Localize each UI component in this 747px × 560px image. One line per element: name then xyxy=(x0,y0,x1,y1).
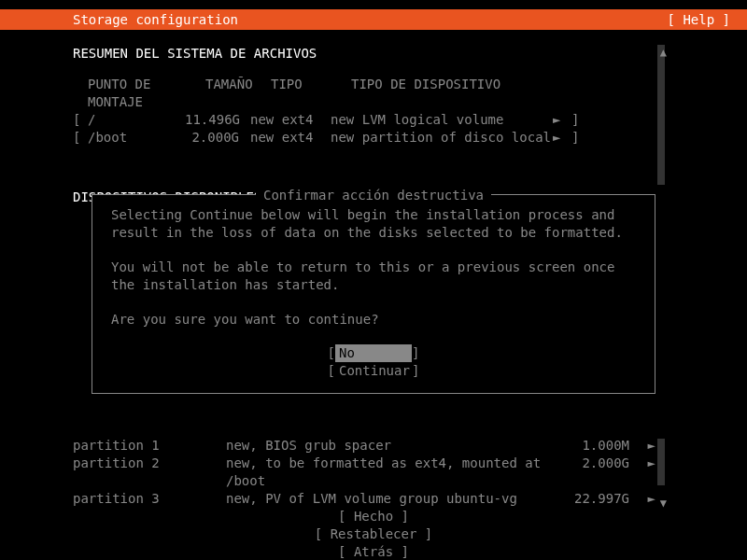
continue-button[interactable]: [Continuar] xyxy=(111,362,636,380)
continue-button-label: Continuar xyxy=(335,362,412,380)
partition-row[interactable]: partition 1 new, BIOS grub spacer 1.000M… xyxy=(73,437,670,455)
fs-row[interactable]: [ /boot 2.000G new ext4 new partition of… xyxy=(73,129,730,147)
partition-size: 22.997G xyxy=(562,490,629,508)
dialog-text: Are you sure you want to continue? xyxy=(111,311,636,329)
partition-desc: new, PV of LVM volume group ubuntu-vg xyxy=(226,490,562,508)
partition-size: 2.000G xyxy=(562,455,629,490)
partition-row[interactable]: partition 3 new, PV of LVM volume group … xyxy=(73,490,670,508)
dialog-title: Confirmar acción destructiva xyxy=(256,188,491,203)
scroll-down-icon[interactable]: ▼ xyxy=(660,496,667,511)
col-size: TAMAÑO xyxy=(205,76,271,111)
chevron-right-icon: ► xyxy=(553,111,571,129)
done-button[interactable]: [ Hecho ] xyxy=(0,508,747,525)
fs-size: 11.496G xyxy=(185,111,250,129)
scrollbar[interactable] xyxy=(657,439,665,485)
no-button-label: No xyxy=(335,344,412,362)
help-button[interactable]: [ Help ] xyxy=(668,11,730,29)
mount-point: /boot xyxy=(88,129,185,147)
partition-desc: new, BIOS grub spacer xyxy=(226,437,562,455)
no-button[interactable]: [No] xyxy=(111,344,636,362)
scroll-up-icon[interactable]: ▲ xyxy=(660,45,667,60)
partition-name: partition 2 xyxy=(73,455,226,490)
col-type: TIPO xyxy=(271,76,351,111)
partition-name: partition 3 xyxy=(73,490,226,508)
partition-name: partition 1 xyxy=(73,437,226,455)
fs-summary-title: RESUMEN DEL SISTEMA DE ARCHIVOS xyxy=(73,45,730,63)
fs-row[interactable]: [ / 11.496G new ext4 new LVM logical vol… xyxy=(73,111,730,129)
fs-type: new ext4 xyxy=(250,111,331,129)
fs-device: new partition of disco local xyxy=(331,129,553,147)
partition-row[interactable]: partition 2 new, to be formatted as ext4… xyxy=(73,455,670,490)
page-title: Storage configuration xyxy=(73,11,238,29)
partition-desc: new, to be formatted as ext4, mounted at… xyxy=(226,455,562,490)
chevron-right-icon: ► xyxy=(553,129,571,147)
fs-device: new LVM logical volume xyxy=(331,111,553,129)
header-bar: Storage configuration [ Help ] xyxy=(0,9,747,30)
dialog-text: You will not be able to return to this o… xyxy=(111,259,636,294)
col-device: TIPO DE DISPOSITIVO xyxy=(351,76,730,111)
chevron-right-icon: ► xyxy=(629,490,655,508)
chevron-right-icon: ► xyxy=(629,455,655,490)
fs-column-headers: PUNTO DE MONTAJE TAMAÑO TIPO TIPO DE DIS… xyxy=(73,76,730,111)
back-button[interactable]: [ Atrás ] xyxy=(0,543,747,560)
reset-button[interactable]: [ Restablecer ] xyxy=(0,525,747,543)
dialog-text: Selecting Continue below will begin the … xyxy=(111,206,636,242)
fs-type: new ext4 xyxy=(250,129,331,147)
col-mount: PUNTO DE MONTAJE xyxy=(73,76,205,111)
fs-size: 2.000G xyxy=(185,129,250,147)
chevron-right-icon: ► xyxy=(629,437,655,455)
footer-buttons: [ Hecho ] [ Restablecer ] [ Atrás ] xyxy=(0,508,747,560)
mount-point: / xyxy=(88,111,185,129)
partition-list: partition 1 new, BIOS grub spacer 1.000M… xyxy=(73,437,670,508)
partition-size: 1.000M xyxy=(562,437,629,455)
confirm-dialog: Confirmar acción destructiva Selecting C… xyxy=(92,194,655,394)
scrollbar[interactable] xyxy=(657,45,665,185)
